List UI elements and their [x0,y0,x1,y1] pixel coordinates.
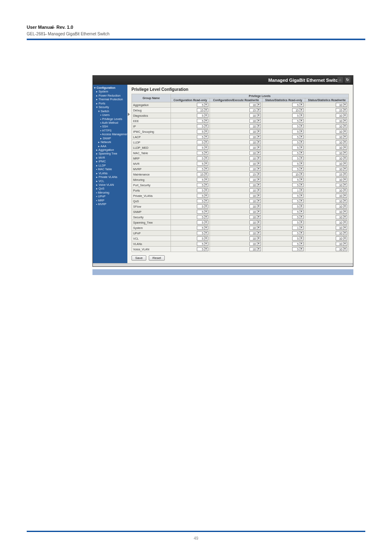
level-select[interactable]: 5▾ [197,226,208,230]
sidebar-item[interactable]: ▸ Private VLANs [94,175,127,179]
sidebar-item[interactable]: ▾ Switch [94,109,127,113]
level-select[interactable]: 5▾ [197,151,208,155]
level-select[interactable]: 15▾ [336,172,347,176]
level-select[interactable]: 10▾ [249,162,261,166]
sidebar-item[interactable]: ▸ VLANs [94,171,127,175]
level-select[interactable]: 10▾ [336,236,347,240]
sidebar-item[interactable]: • Users [94,113,127,117]
level-select[interactable]: 5▾ [197,119,208,123]
sidebar-item[interactable]: ▸ Power Reduction [94,94,127,97]
sidebar-item[interactable]: • SSH [94,125,127,128]
level-select[interactable]: 5▾ [197,130,208,134]
level-select[interactable]: 5▾ [292,135,304,139]
level-select[interactable]: 10▾ [249,124,261,128]
level-select[interactable]: 5▾ [197,215,208,219]
sidebar-item[interactable]: • Mirroring [94,191,127,194]
level-select[interactable]: 10▾ [249,194,261,198]
sidebar-item[interactable]: ▸ System [94,90,127,93]
level-select[interactable]: 10▾ [249,220,261,224]
level-select[interactable]: 10▾ [336,113,347,118]
level-select[interactable]: 5▾ [292,242,304,246]
sidebar-item[interactable]: ▸ Network [94,140,127,144]
level-select[interactable]: 5▾ [197,178,208,182]
level-select[interactable]: 10▾ [249,103,261,107]
level-select[interactable]: 10▾ [336,199,347,203]
level-select[interactable]: 5▾ [292,151,304,155]
scrollbar-horizontal[interactable] [93,263,353,266]
level-select[interactable]: 15▾ [197,172,208,176]
sidebar-item[interactable]: ▾ Security [94,105,127,109]
level-select[interactable]: 10▾ [336,119,347,123]
level-select[interactable]: 10▾ [249,130,261,134]
level-select[interactable]: 15▾ [249,108,261,112]
level-select[interactable]: 5▾ [292,199,304,203]
level-select[interactable]: 5▾ [292,113,304,118]
level-select[interactable]: 10▾ [336,151,347,155]
level-select[interactable]: 10▾ [336,183,347,187]
level-select[interactable]: 5▾ [197,231,208,235]
sidebar-item[interactable]: • MRP [94,199,127,202]
level-select[interactable]: 5▾ [197,242,208,246]
level-select[interactable]: 5▾ [292,231,304,235]
sidebar-item[interactable]: ▸ Aggregation [94,148,127,152]
level-select[interactable]: 10▾ [336,231,347,235]
level-select[interactable]: 10▾ [336,130,347,134]
level-select[interactable]: 10▾ [336,124,347,128]
level-select[interactable]: 5▾ [292,119,304,123]
level-select[interactable]: 5▾ [197,156,208,160]
level-select[interactable]: 10▾ [336,247,347,251]
level-select[interactable]: 5▾ [292,183,304,187]
logout-icon[interactable]: ↻ [345,77,350,83]
level-select[interactable]: 5▾ [197,199,208,203]
level-select[interactable]: 5▾ [197,210,208,214]
level-select[interactable]: 5▾ [197,124,208,128]
level-select[interactable]: 10▾ [249,113,261,118]
nav-sidebar[interactable]: ▾ Configuration▸ System▸ Power Reduction… [93,85,127,263]
sidebar-item[interactable]: ▸ LLDP [94,164,127,167]
level-select[interactable]: 10▾ [336,204,347,208]
level-select[interactable]: 10▾ [336,226,347,230]
level-select[interactable]: 10▾ [336,162,347,166]
level-select[interactable]: 10▾ [336,194,347,198]
level-select[interactable]: 10▾ [336,156,347,160]
level-select[interactable]: 5▾ [197,113,208,118]
sidebar-item[interactable]: ▸ MVR [94,156,127,160]
level-select[interactable]: 5▾ [292,167,304,171]
level-select[interactable]: 10▾ [336,146,347,150]
level-select[interactable]: 15▾ [292,108,304,112]
level-select[interactable]: 10▾ [336,188,347,192]
level-select[interactable]: 10▾ [336,242,347,246]
level-select[interactable]: 10▾ [336,178,347,182]
sidebar-item[interactable]: ▸ Ports [94,102,127,105]
level-select[interactable]: 10▾ [336,135,347,139]
level-select[interactable]: 10▾ [249,135,261,139]
sidebar-item[interactable]: ▸ SNMP [94,136,127,140]
level-select[interactable]: 5▾ [292,210,304,214]
level-select[interactable]: 10▾ [249,226,261,230]
level-select[interactable]: 5▾ [197,135,208,139]
sidebar-item[interactable]: • HTTPS [94,129,127,132]
level-select[interactable]: 5▾ [197,103,208,107]
level-select[interactable]: 10▾ [249,151,261,155]
level-select[interactable]: 10▾ [249,188,261,192]
level-select[interactable]: 15▾ [197,108,208,112]
level-select[interactable]: 10▾ [249,247,261,251]
level-select[interactable]: 10▾ [249,231,261,235]
level-select[interactable]: 5▾ [197,167,208,171]
level-select[interactable]: 5▾ [292,130,304,134]
level-select[interactable]: 10▾ [336,103,347,107]
level-select[interactable]: 5▾ [292,204,304,208]
home-icon[interactable]: ⌂ [337,77,343,83]
level-select[interactable]: 1▾ [292,226,304,230]
level-select[interactable]: 10▾ [336,215,347,219]
sidebar-item[interactable]: • Access Management [94,132,127,136]
level-select[interactable]: 10▾ [249,215,261,219]
level-select[interactable]: 5▾ [292,140,304,144]
level-select[interactable]: 5▾ [292,124,304,128]
level-select[interactable]: 15▾ [249,172,261,176]
level-select[interactable]: 15▾ [292,172,304,176]
sidebar-item[interactable]: ▸ Spanning Tree [94,152,127,155]
level-select[interactable]: 10▾ [249,236,261,240]
level-select[interactable]: 5▾ [197,140,208,144]
sidebar-item[interactable]: • Privilege Levels [94,117,127,121]
